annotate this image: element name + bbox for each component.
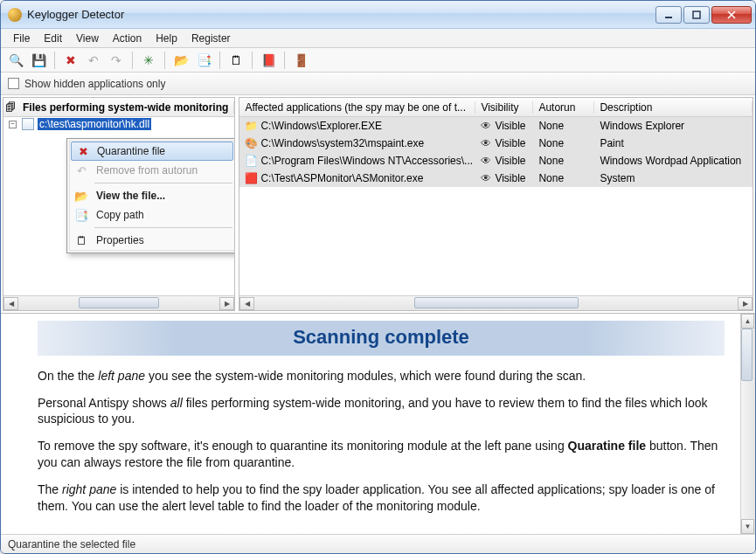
context-menu-item[interactable]: 📑Copy path [70, 205, 234, 225]
delete-icon[interactable]: ✖ [61, 51, 80, 70]
table-row[interactable]: 🎨C:\Windows\system32\mspaint.exe👁Visible… [239, 135, 753, 152]
context-menu-item[interactable]: 📂View the file... [70, 186, 234, 205]
minimize-button[interactable] [655, 6, 682, 24]
cell-visibility: 👁Visible [475, 172, 533, 184]
svg-rect-1 [693, 11, 700, 18]
view-file-icon: 📂 [73, 188, 89, 204]
left-pane-body: − c:\test\aspmonitor\hk.dll ✖Quarantine … [3, 117, 234, 295]
col-header-visibility[interactable]: Visibility [475, 101, 533, 114]
context-menu-item[interactable]: 🗒Properties [70, 231, 234, 250]
cell-app-path: C:\Windows\Explorer.EXE [260, 120, 382, 132]
cell-autorun: None [533, 137, 594, 149]
app-window: Keylogger Detector FileEditViewActionHel… [0, 0, 756, 554]
asmonitor-icon: 🟥 [245, 172, 257, 184]
context-menu-label: Quarantine file [97, 145, 165, 157]
cell-visibility-text: Visible [495, 172, 525, 184]
toolbar-separator [219, 52, 220, 69]
menu-register[interactable]: Register [184, 31, 238, 46]
scroll-right-button[interactable]: ▶ [738, 297, 753, 310]
menu-action[interactable]: Action [106, 31, 149, 46]
context-menu-item: ↶Remove from autorun [70, 161, 234, 180]
table-row[interactable]: 📄C:\Program Files\Windows NT\Accessories… [239, 152, 753, 170]
toolbar-separator [252, 52, 253, 69]
table-row[interactable]: 📁C:\Windows\Explorer.EXE👁VisibleNoneWind… [239, 117, 753, 135]
eye-icon: 👁 [481, 120, 491, 132]
explorer-icon: 📁 [245, 120, 257, 132]
info-panel: Scanning complete On the the left pane y… [1, 314, 755, 534]
scroll-down-button[interactable]: ▼ [741, 519, 754, 534]
copy-icon[interactable]: 📑 [194, 51, 213, 70]
show-hidden-checkbox[interactable] [8, 78, 19, 89]
scroll-thumb[interactable] [79, 297, 159, 308]
properties-icon[interactable]: 🗒 [226, 51, 246, 70]
menu-edit[interactable]: Edit [37, 31, 69, 46]
scroll-right-button[interactable]: ▶ [219, 297, 234, 310]
context-menu-item[interactable]: ✖Quarantine file [71, 142, 233, 161]
toolbar-separator [54, 52, 55, 69]
bug-icon[interactable]: ✳ [139, 51, 158, 70]
scroll-thumb[interactable] [414, 297, 579, 308]
maximize-button[interactable] [683, 6, 710, 24]
col-header-description[interactable]: Description [594, 101, 753, 114]
context-menu-label: Properties [96, 234, 144, 246]
cell-visibility-text: Visible [495, 137, 525, 149]
tree-item-path: c:\test\aspmonitor\hk.dll [38, 118, 151, 130]
left-header-text[interactable]: Files performing system-wide monitoring [17, 101, 234, 114]
tree-collapse-icon[interactable]: − [9, 121, 17, 128]
scroll-up-button[interactable]: ▲ [741, 314, 754, 329]
save-icon[interactable]: 💾 [29, 51, 48, 70]
right-hscrollbar[interactable]: ◀ ▶ [239, 295, 753, 310]
left-pane: 🗐 Files performing system-wide monitorin… [3, 97, 235, 311]
scroll-track[interactable] [741, 329, 754, 519]
toolbar-separator [132, 52, 133, 69]
window-title: Keylogger Detector [27, 8, 655, 21]
col-header-autorun[interactable]: Autorun [533, 101, 594, 114]
context-menu-separator [94, 183, 232, 184]
cell-autorun: None [533, 172, 594, 184]
folder-open-icon[interactable]: 📂 [171, 51, 191, 70]
scroll-thumb[interactable] [741, 329, 753, 381]
mspaint-icon: 🎨 [245, 137, 257, 149]
filter-bar: Show hidden applications only [1, 73, 755, 95]
close-button[interactable] [711, 6, 752, 24]
cell-visibility-text: Visible [495, 120, 525, 132]
left-hscrollbar[interactable]: ◀ ▶ [3, 295, 234, 310]
info-paragraph-2: Personal Antispy shows all files perform… [38, 395, 725, 428]
window-controls [655, 6, 752, 24]
close-icon [727, 10, 736, 19]
copy-path-icon: 📑 [73, 207, 89, 223]
redo-icon[interactable]: ↷ [107, 51, 126, 70]
scan-icon[interactable]: 🔍 [6, 51, 25, 70]
menu-help[interactable]: Help [149, 31, 184, 46]
cell-app: 📄C:\Program Files\Windows NT\Accessories… [239, 155, 475, 167]
eye-icon: 👁 [481, 137, 491, 149]
cell-app: 🎨C:\Windows\system32\mspaint.exe [239, 137, 475, 149]
scroll-left-button[interactable]: ◀ [3, 297, 18, 310]
menu-view[interactable]: View [69, 31, 106, 46]
menu-file[interactable]: File [6, 31, 37, 46]
undo-icon[interactable]: ↶ [84, 51, 103, 70]
cell-autorun: None [533, 120, 594, 132]
exit-icon[interactable]: 🚪 [291, 51, 310, 70]
left-pane-header: 🗐 Files performing system-wide monitorin… [3, 98, 234, 117]
info-paragraph-3: To remove the spy software, it's enough … [38, 438, 725, 471]
help-icon[interactable]: 📕 [259, 51, 278, 70]
scroll-track[interactable] [18, 297, 219, 310]
scroll-left-button[interactable]: ◀ [239, 297, 254, 310]
col-header-app[interactable]: Affected applications (the spy may be on… [239, 101, 475, 114]
main-area: 🗐 Files performing system-wide monitorin… [1, 95, 755, 534]
dll-file-icon [22, 118, 34, 130]
info-quarantine-bold: Quaratine file [568, 439, 646, 453]
context-menu-label: View the file... [96, 190, 165, 202]
cell-description: Paint [594, 137, 753, 149]
quarantine-icon: ✖ [75, 143, 91, 159]
info-vscrollbar[interactable]: ▲ ▼ [740, 314, 755, 534]
tree-item-hkdll[interactable]: − c:\test\aspmonitor\hk.dll [3, 117, 234, 131]
cell-app-path: C:\Test\ASPMonitor\ASMonitor.exe [260, 172, 423, 184]
info-content: Scanning complete On the the left pane y… [1, 314, 740, 534]
table-row[interactable]: 🟥C:\Test\ASPMonitor\ASMonitor.exe👁Visibl… [239, 170, 753, 187]
info-paragraph-1: On the the left pane you see the system-… [38, 368, 725, 384]
scroll-track[interactable] [254, 297, 738, 310]
cell-visibility: 👁Visible [475, 120, 533, 132]
status-text: Quarantine the selected file [8, 538, 135, 551]
